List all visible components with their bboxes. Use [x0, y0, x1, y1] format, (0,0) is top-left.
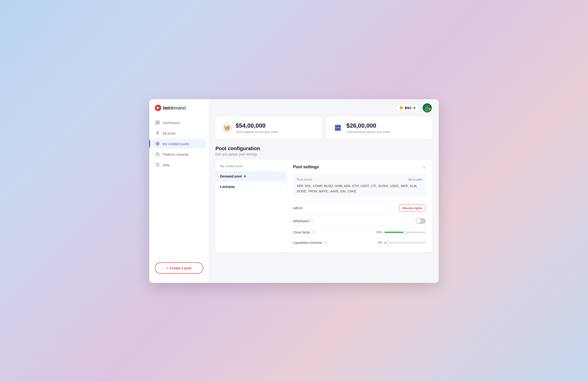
create-pool-button[interactable]: + Create a pool [155, 262, 203, 274]
svg-rect-14 [425, 106, 426, 106]
svg-rect-1 [156, 121, 157, 122]
sidebar-item-label: Platform rewards [163, 152, 189, 156]
logo-svg-icon [156, 106, 160, 110]
svg-rect-20 [430, 109, 430, 109]
section-title: Pool configuration [215, 145, 432, 152]
supplied-amount: $54,00,000 [236, 122, 278, 129]
svg-rect-2 [158, 121, 159, 122]
create-pool-label: + Create a pool [167, 266, 191, 270]
pool-list-item-demand[interactable]: Demand pool › [215, 171, 286, 181]
close-factor-thumb [403, 230, 407, 234]
sidebar-item-all-pools[interactable]: All pools [152, 128, 206, 138]
sidebar-item-label: Help [163, 163, 170, 167]
page-body: 🧺 $54,00,000 Total supplied across your … [209, 117, 439, 283]
borrowed-info: $26,00,000 Total borrowed across your po… [346, 122, 390, 134]
admin-label: Admin: [293, 206, 303, 210]
svg-rect-8 [156, 154, 159, 156]
settings-title: Pool settings [293, 165, 319, 169]
liquidation-slider[interactable] [384, 242, 426, 243]
liquidation-row: Liquidation incentive i 8% [293, 237, 426, 248]
whitelisted-toggle[interactable] [416, 218, 426, 224]
pool-assets-text: XRP, SOL, COMP, BUSD, SHIB, ADA, ETH, US… [297, 183, 422, 194]
stat-card-borrowed: 🏧 $26,00,000 Total borrowed across your … [326, 117, 432, 139]
network-selector[interactable]: BSC ▾ [396, 104, 419, 112]
pool-assets-label: Pool assets [297, 178, 312, 181]
pool-list-item-lazerpay[interactable]: Lazerpay › [215, 181, 286, 192]
supplied-label: Total supplied across your pools [236, 130, 278, 134]
avatar[interactable] [422, 103, 432, 113]
pool-item-left: Lazerpay [220, 184, 235, 188]
sidebar-item-label: Dashboard [163, 121, 179, 125]
platform-rewards-icon [155, 152, 160, 157]
section-subtitle: Edit and update pool settings [215, 152, 432, 156]
pool-config-panel: My created pools Demand pool › [215, 160, 432, 252]
main-content: BSC ▾ [209, 99, 439, 283]
pool-list-section: My created pools Demand pool › [215, 160, 287, 252]
supplied-icon: 🧺 [222, 123, 232, 133]
pool-name: Lazerpay [220, 184, 235, 188]
pool-chevron-icon: › [281, 185, 282, 188]
svg-marker-0 [157, 106, 159, 109]
whitelisted-label: Whitelisted i [293, 219, 314, 223]
svg-rect-3 [156, 123, 157, 124]
whitelisted-info-icon[interactable]: i [310, 219, 314, 223]
sidebar-item-label: My created pools [163, 142, 189, 146]
toggle-knob [416, 219, 421, 223]
app-container: betdemand Dashboard [149, 99, 439, 283]
all-pools-icon [155, 131, 160, 136]
svg-point-7 [157, 143, 158, 144]
close-factor-slider-container: 50% [315, 230, 426, 234]
logo-text: betdemand [163, 105, 186, 111]
go-to-pool-link[interactable]: Go to pool [408, 178, 422, 181]
borrowed-amount: $26,00,000 [346, 122, 390, 129]
pool-assets-block: Pool assets Go to pool XRP, SOL, COMP, B… [293, 174, 426, 198]
liquidation-thumb [386, 241, 390, 245]
network-icon [400, 106, 403, 109]
sidebar: betdemand Dashboard [149, 99, 209, 283]
svg-rect-19 [430, 108, 430, 109]
pool-assets-header: Pool assets Go to pool [297, 178, 422, 181]
close-factor-slider[interactable] [384, 232, 426, 233]
pool-list-header: My created pools [215, 164, 286, 171]
stat-card-supplied: 🧺 $54,00,000 Total supplied across your … [215, 117, 322, 139]
svg-rect-4 [158, 123, 159, 124]
sidebar-item-platform-rewards[interactable]: Platform rewards [152, 149, 206, 159]
pool-chevron-icon: › [281, 175, 282, 178]
stat-cards: 🧺 $54,00,000 Total supplied across your … [215, 117, 432, 139]
sidebar-item-dashboard[interactable]: Dashboard [152, 118, 206, 128]
svg-rect-15 [428, 106, 429, 106]
my-pools-icon [155, 141, 160, 146]
sidebar-item-help[interactable]: Help [152, 160, 206, 170]
whitelisted-row: Whitelisted i [293, 215, 426, 227]
sidebar-bottom: + Create a pool [149, 259, 209, 277]
revoke-rights-button[interactable]: Revoke rights [399, 204, 426, 212]
settings-collapse-icon[interactable]: ⌄ [422, 164, 426, 169]
svg-point-11 [157, 165, 158, 166]
close-factor-row: Close factor i 50% [293, 227, 426, 237]
pool-name: Demand pool [220, 174, 242, 178]
close-factor-value: 50% [375, 230, 382, 234]
liquidation-value: 8% [375, 241, 382, 244]
topbar: BSC ▾ [209, 99, 439, 117]
close-factor-fill [384, 232, 405, 233]
logo-icon [155, 105, 161, 111]
sidebar-item-label: All pools [163, 131, 176, 135]
liquidation-slider-container: 8% [327, 241, 426, 244]
pool-status-indicator [244, 175, 246, 178]
supplied-info: $54,00,000 Total supplied across your po… [236, 122, 278, 134]
dashboard-icon [155, 120, 160, 125]
pool-settings-section: Pool settings ⌄ Pool assets Go to pool X… [287, 160, 432, 252]
network-label: BSC [405, 106, 412, 110]
liquidation-info-icon[interactable]: i [324, 241, 327, 244]
pool-item-left: Demand pool [220, 174, 246, 178]
avatar-image [423, 103, 432, 113]
svg-point-5 [157, 132, 158, 133]
nav-menu: Dashboard All pools [149, 118, 209, 259]
borrowed-icon: 🏧 [333, 123, 343, 133]
borrowed-label: Total borrowed across your pools [346, 130, 390, 134]
pool-config-inner: My created pools Demand pool › [215, 160, 432, 252]
admin-row: Admin: Revoke rights [293, 201, 426, 215]
close-factor-info-icon[interactable]: i [312, 230, 315, 234]
chevron-down-icon: ▾ [413, 106, 415, 110]
sidebar-item-my-created-pools[interactable]: My created pools [152, 139, 206, 149]
